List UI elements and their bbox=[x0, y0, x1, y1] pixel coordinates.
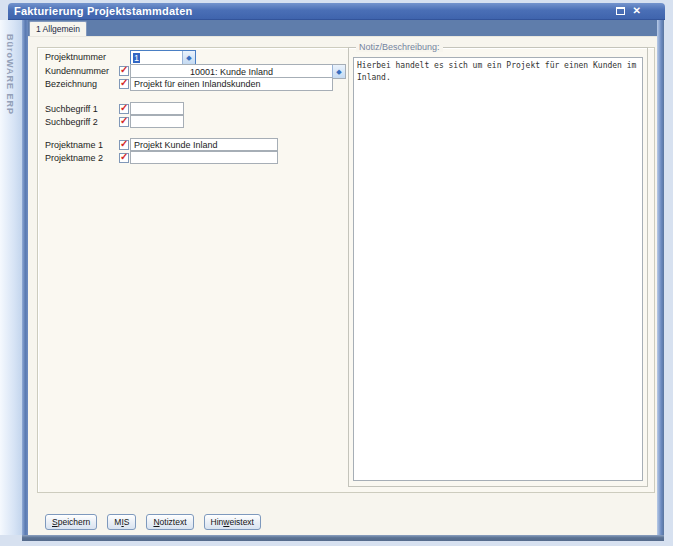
check-icon: ✓ bbox=[120, 102, 128, 113]
check-icon: ✓ bbox=[120, 138, 128, 149]
label-projektname-1: Projektname 1 bbox=[45, 140, 103, 150]
brand-text: BüroWARE ERP bbox=[5, 34, 15, 115]
projektname-1-checkbox[interactable]: ✓ bbox=[119, 140, 129, 150]
window-right-border bbox=[657, 20, 664, 535]
window-bottom-border bbox=[22, 535, 664, 541]
projektname-1-value: Projekt Kunde Inland bbox=[134, 140, 218, 150]
projektnummer-value: 1 bbox=[133, 53, 140, 63]
button-row: Speichern MIS Notiztext Hinweistext bbox=[45, 514, 261, 530]
kundennummer-spinner-button[interactable]: ◆ bbox=[332, 65, 345, 78]
tab-strip: 1 Allgemein bbox=[28, 20, 657, 37]
projektname-2-input[interactable] bbox=[130, 151, 278, 164]
label-bezeichnung: Bezeichnung bbox=[45, 79, 97, 89]
hinweistext-button[interactable]: Hinweistext bbox=[204, 514, 261, 530]
label-kundennummer: Kundennummer bbox=[45, 66, 109, 76]
label-projektnummer: Projektnummer bbox=[45, 52, 106, 62]
check-icon: ✓ bbox=[120, 115, 128, 126]
mis-button[interactable]: MIS bbox=[107, 514, 136, 530]
check-icon: ✓ bbox=[120, 77, 128, 88]
kundennummer-checkbox[interactable]: ✓ bbox=[119, 66, 129, 76]
bezeichnung-input[interactable]: Projekt für einen Inlandskunden bbox=[130, 77, 333, 91]
restore-icon bbox=[616, 7, 625, 15]
spinner-icon: ◆ bbox=[336, 68, 341, 76]
close-icon: ✕ bbox=[633, 5, 641, 16]
form-pane: Projektnummer 1 ◆ Kundennummer ✓ 10001: … bbox=[28, 37, 657, 535]
speichern-button[interactable]: Speichern bbox=[45, 514, 97, 530]
brand-sidebar: BüroWARE ERP bbox=[0, 20, 22, 535]
notiztext-button[interactable]: Notiztext bbox=[146, 514, 193, 530]
spinner-icon: ◆ bbox=[186, 54, 191, 62]
label-projektname-2: Projektname 2 bbox=[45, 153, 103, 163]
window-frame: BüroWARE ERP 1 Allgemein Projektnummer 1… bbox=[0, 20, 664, 535]
label-suchbegriff-2: Suchbegriff 2 bbox=[45, 117, 98, 127]
check-icon: ✓ bbox=[120, 151, 128, 162]
label-suchbegriff-1: Suchbegriff 1 bbox=[45, 104, 98, 114]
projektnummer-input[interactable]: 1 ◆ bbox=[130, 50, 196, 65]
suchbegriff-2-input[interactable] bbox=[130, 115, 184, 128]
bezeichnung-value: Projekt für einen Inlandskunden bbox=[134, 79, 261, 89]
suchbegriff-1-input[interactable] bbox=[130, 102, 184, 115]
window-controls: ✕ bbox=[615, 6, 659, 16]
restore-window-button[interactable] bbox=[615, 6, 626, 16]
notes-textarea[interactable]: Hierbei handelt es sich um ein Projekt f… bbox=[353, 57, 643, 481]
projektnummer-spinner-button[interactable]: ◆ bbox=[182, 51, 195, 64]
notes-legend: Notiz/Beschreibung: bbox=[356, 42, 443, 52]
projektname-2-checkbox[interactable]: ✓ bbox=[119, 153, 129, 163]
title-bar: Fakturierung Projektstammdaten ✕ bbox=[8, 3, 665, 20]
content-area: 1 Allgemein Projektnummer 1 ◆ Kundennumm… bbox=[28, 20, 657, 535]
bezeichnung-checkbox[interactable]: ✓ bbox=[119, 79, 129, 89]
kundennummer-value: 10001: Kunde Inland bbox=[190, 67, 273, 77]
tab-allgemein[interactable]: 1 Allgemein bbox=[29, 21, 87, 36]
projektname-1-input[interactable]: Projekt Kunde Inland bbox=[130, 138, 278, 151]
check-icon: ✓ bbox=[120, 64, 128, 75]
app-window: Fakturierung Projektstammdaten ✕ BüroWAR… bbox=[0, 3, 665, 541]
window-title: Fakturierung Projektstammdaten bbox=[14, 5, 615, 17]
suchbegriff-2-checkbox[interactable]: ✓ bbox=[119, 117, 129, 127]
close-window-button[interactable]: ✕ bbox=[633, 6, 641, 16]
notes-fieldset: Notiz/Beschreibung: Hierbei handelt es s… bbox=[348, 47, 648, 487]
suchbegriff-1-checkbox[interactable]: ✓ bbox=[119, 104, 129, 114]
